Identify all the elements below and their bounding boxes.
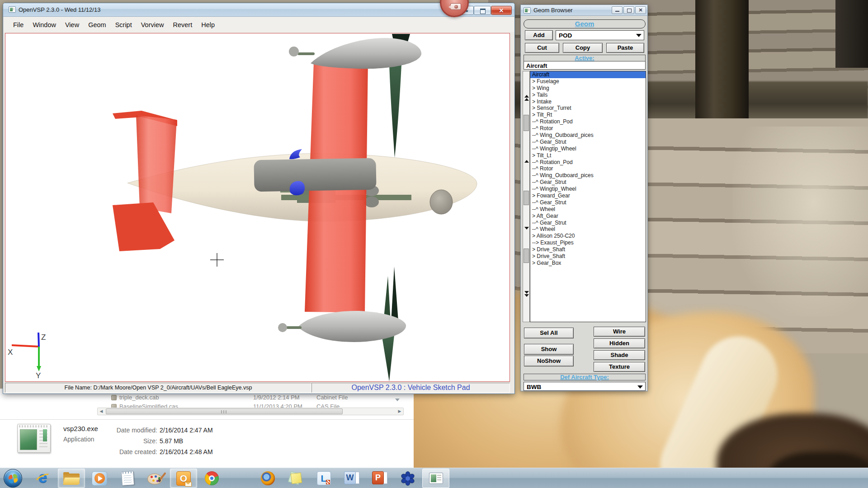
tree-item[interactable]: --^ Wingtip_Wheel (530, 186, 646, 192)
minimize-button[interactable] (612, 6, 623, 14)
tree-item[interactable]: --^ Rotation_Pod (530, 159, 646, 166)
maximize-button[interactable] (474, 6, 491, 15)
spinner-shaft-right (297, 52, 315, 55)
taskbar-item-blue-flower[interactable] (394, 469, 421, 488)
tree-item[interactable]: > Drive_Shaft (530, 246, 646, 253)
tree-item[interactable]: --^ Gear_Strut (530, 139, 646, 145)
tree-scrollbar[interactable] (523, 71, 530, 322)
taskbar-item-lync[interactable]: L (310, 469, 337, 488)
title-bar[interactable]: OpenVSP 2.3.0 - Wed 11/12/13 (3, 3, 514, 17)
paste-button[interactable]: Paste (606, 43, 644, 53)
tree-item[interactable]: --^ Wheel (530, 226, 646, 233)
selected-file-kind: Application (63, 436, 94, 443)
file-list: triple_deck.cab 1/9/2012 2:14 PM Cabinet… (0, 393, 407, 408)
scroll-left-icon[interactable]: ◀ (99, 409, 104, 414)
close-button[interactable] (635, 6, 646, 14)
geom-type-dropdown[interactable]: POD (556, 30, 644, 40)
sel-all-button[interactable]: Sel All (524, 328, 574, 338)
taskbar-item-windows-explorer[interactable] (58, 469, 85, 488)
scroll-down-icon[interactable] (524, 227, 529, 230)
scroll-up-icon[interactable] (524, 160, 529, 163)
tree-item[interactable]: > Gear_Box (530, 260, 646, 267)
menu-item[interactable]: Revert (168, 21, 197, 28)
wire-button[interactable]: Wire (594, 327, 645, 337)
spinner-left (278, 323, 287, 332)
scrollbar-thumb3[interactable] (524, 249, 529, 263)
menu-item[interactable]: Vorview (137, 21, 169, 28)
tree-item[interactable]: --^ Wheel (530, 206, 646, 213)
scroll-double-down-icon2[interactable] (524, 294, 529, 297)
tree-item[interactable]: --^ Wing_Outboard_pices (530, 132, 646, 139)
tree-item[interactable]: > Aft_Gear (530, 213, 646, 220)
taskbar-item-paint[interactable] (142, 469, 169, 488)
chevron-down-icon (637, 385, 643, 389)
taskbar-item-media-player[interactable] (86, 469, 113, 488)
tree-item[interactable]: --^ Wing_Outboard_pices (530, 172, 646, 179)
hidden-button[interactable]: Hidden (594, 338, 645, 348)
tree-item[interactable]: --^ Gear_Strut (530, 179, 646, 186)
tree-item[interactable]: > Allison 250-C20 (530, 233, 646, 239)
cut-button[interactable]: Cut (525, 43, 559, 53)
geom-tree[interactable]: Aircraft> Fuselage> Wing> Tails> Intake>… (530, 71, 646, 322)
tree-item[interactable]: > Drive_Shaft (530, 253, 646, 260)
add-button[interactable]: Add (525, 30, 553, 40)
3d-viewport[interactable]: X Y Z (5, 33, 510, 382)
menu-item[interactable]: File (9, 21, 28, 28)
scroll-double-up-icon[interactable] (524, 95, 529, 98)
menu-item[interactable]: Script (111, 21, 137, 28)
horizontal-scrollbar[interactable]: ◀ ▶ (97, 408, 404, 415)
taskbar-item-powerpoint[interactable]: P (366, 469, 393, 488)
geom-browser-title-bar[interactable]: Geom Browser (521, 5, 647, 16)
outlook-icon: O (176, 471, 191, 486)
tree-item[interactable]: > Foward_Gear (530, 192, 646, 199)
tree-item[interactable]: > Sensor_Turret (530, 105, 646, 112)
def-aircraft-type-dropdown[interactable]: BWB (524, 382, 646, 391)
taskbar-item-openvsp[interactable] (422, 469, 449, 488)
tree-item[interactable]: --^ Gear_Strut (530, 199, 646, 206)
tree-item[interactable]: --^ Wingtip_Wheel (530, 145, 646, 152)
taskbar-item-outlook[interactable]: O (170, 469, 197, 488)
taskbar-item-sticky-notes[interactable] (282, 469, 309, 488)
scroll-right-icon[interactable]: ▶ (397, 409, 402, 414)
tree-item[interactable]: --> Exaust_Pipes (530, 239, 646, 246)
taskbar-item-chrome[interactable] (198, 469, 225, 488)
tree-item[interactable]: --^ Gear_Strut (530, 220, 646, 226)
firefox-icon (261, 471, 275, 485)
scroll-double-up-icon2[interactable] (524, 98, 529, 101)
maximize-button[interactable] (623, 6, 634, 14)
noshow-button[interactable]: NoShow (524, 356, 574, 366)
tree-item[interactable]: > Tilt_Rt (530, 112, 646, 118)
file-row[interactable]: triple_deck.cab 1/9/2012 2:14 PM Cabinet… (0, 393, 407, 402)
copy-button[interactable]: Copy (563, 43, 603, 53)
tree-item[interactable]: > Tilt_Lt (530, 152, 646, 159)
texture-button[interactable]: Texture (594, 362, 645, 372)
scrollbar-thumb[interactable] (106, 408, 343, 414)
menu-item[interactable]: View (61, 21, 84, 28)
menu-item[interactable]: Window (28, 21, 61, 28)
engine-housing (254, 158, 376, 192)
shade-button[interactable]: Shade (594, 350, 645, 360)
taskbar-item-word[interactable]: W (338, 469, 365, 488)
taskbar-item-internet-explorer[interactable]: e (30, 469, 57, 488)
tree-item[interactable]: --^ Rotor (530, 125, 646, 132)
scrollbar-thumb2[interactable] (524, 191, 529, 205)
scrollbar-thumb[interactable] (524, 115, 529, 131)
menu-item[interactable]: Geom (84, 21, 111, 28)
paint-icon (147, 472, 164, 485)
tree-item[interactable]: --^ Rotor (530, 165, 646, 172)
scroll-double-down-icon[interactable] (524, 291, 529, 294)
start-button[interactable] (4, 469, 22, 488)
tree-item[interactable]: > Fuselage (530, 78, 646, 85)
tree-item[interactable]: Aircraft (530, 71, 646, 78)
taskbar-item-firefox[interactable] (254, 469, 281, 488)
scroll-down-icon[interactable] (395, 399, 400, 401)
active-geom-input[interactable] (524, 61, 646, 70)
menu-item[interactable]: Help (197, 21, 219, 28)
show-button[interactable]: Show (524, 344, 574, 355)
tree-item[interactable]: --^ Rotation_Pod (530, 118, 646, 125)
taskbar-item-notepad[interactable] (114, 469, 141, 488)
close-button[interactable] (491, 6, 512, 15)
tree-item[interactable]: > Wing (530, 85, 646, 92)
tree-item[interactable]: > Intake (530, 99, 646, 105)
tree-item[interactable]: > Tails (530, 92, 646, 99)
